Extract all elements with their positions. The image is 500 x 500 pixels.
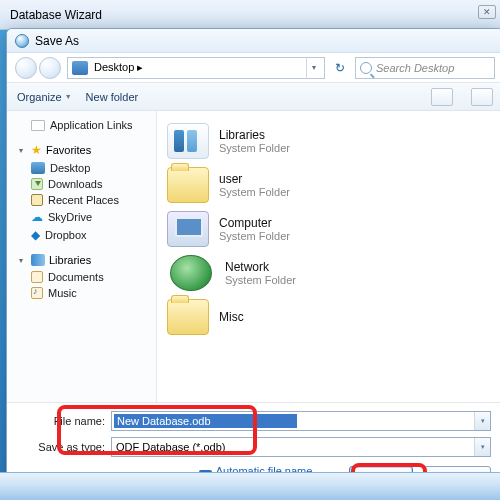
skydrive-icon: ☁ — [31, 210, 43, 224]
toolbar: Organize▼ New folder — [7, 83, 500, 111]
folder-icon — [167, 167, 209, 203]
filename-dropdown[interactable]: ▾ — [474, 412, 490, 430]
filetype-dropdown[interactable]: ▾ — [474, 438, 490, 456]
filename-label: File name: — [19, 415, 105, 427]
sidebar-item-downloads[interactable]: Downloads — [17, 176, 152, 192]
item-sub: System Folder — [219, 142, 290, 154]
file-list[interactable]: LibrariesSystem FolderuserSystem FolderC… — [157, 111, 500, 402]
sidebar-libraries-header[interactable]: ▾Libraries — [17, 254, 152, 266]
filetype-label: Save as type: — [19, 441, 105, 453]
sidebar-item-music[interactable]: Music — [17, 285, 152, 301]
sidebar-item-documents[interactable]: Documents — [17, 269, 152, 285]
dialog-titlebar[interactable]: Save As — [7, 29, 500, 53]
save-as-dialog: Save As Desktop ▸ ▾ ↻ Search Desktop Org… — [6, 28, 500, 500]
item-name: Computer — [219, 216, 290, 230]
list-item[interactable]: userSystem Folder — [161, 163, 499, 207]
dropbox-icon: ◆ — [31, 228, 40, 242]
sidebar-item-dropbox[interactable]: ◆Dropbox — [17, 226, 152, 244]
list-item[interactable]: NetworkSystem Folder — [161, 251, 499, 295]
sidebar-favorites-header[interactable]: ▾★Favorites — [17, 143, 152, 157]
sidebar-app-links[interactable]: Application Links — [17, 117, 152, 133]
item-name: Network — [225, 260, 296, 274]
item-sub: System Folder — [225, 274, 296, 286]
help-button[interactable] — [471, 88, 493, 106]
recent-icon — [31, 194, 43, 206]
libraries-icon — [31, 254, 45, 266]
documents-icon — [31, 271, 43, 283]
wizard-titlebar: Database Wizard ✕ — [0, 0, 500, 30]
item-name: Misc — [219, 310, 244, 324]
desktop-icon — [72, 61, 88, 75]
dialog-icon — [15, 34, 29, 48]
nav-row: Desktop ▸ ▾ ↻ Search Desktop — [7, 53, 500, 83]
location-dropdown[interactable]: ▾ — [306, 57, 320, 79]
search-input[interactable]: Search Desktop — [355, 57, 495, 79]
filename-value: New Database.odb — [114, 414, 297, 428]
location-bar[interactable]: Desktop ▸ ▾ — [67, 57, 325, 79]
view-mode-button[interactable] — [431, 88, 453, 106]
item-name: Libraries — [219, 128, 290, 142]
folder-icon — [167, 123, 209, 159]
wizard-title: Database Wizard — [10, 8, 102, 22]
download-icon — [31, 178, 43, 190]
filename-input[interactable]: New Database.odb ▾ — [111, 411, 491, 431]
nav-sidebar: Application Links ▾★Favorites Desktop Do… — [7, 111, 157, 402]
folder-icon — [167, 299, 209, 335]
link-icon — [31, 120, 45, 131]
wizard-close-button[interactable]: ✕ — [478, 5, 496, 19]
location-text: Desktop ▸ — [94, 61, 143, 74]
search-icon — [360, 62, 372, 74]
refresh-button[interactable]: ↻ — [331, 57, 349, 79]
filetype-select[interactable]: ODF Database (*.odb) ▾ — [111, 437, 491, 457]
folder-icon — [170, 255, 212, 291]
taskbar[interactable] — [0, 472, 500, 500]
organize-menu[interactable]: Organize▼ — [17, 91, 72, 103]
list-item[interactable]: Misc — [161, 295, 499, 339]
star-icon: ★ — [31, 143, 42, 157]
search-placeholder: Search Desktop — [376, 62, 454, 74]
music-icon — [31, 287, 43, 299]
sidebar-item-desktop[interactable]: Desktop — [17, 160, 152, 176]
list-item[interactable]: LibrariesSystem Folder — [161, 119, 499, 163]
nav-back-button[interactable] — [15, 57, 37, 79]
desktop-icon — [31, 162, 45, 174]
folder-icon — [167, 211, 209, 247]
new-folder-button[interactable]: New folder — [86, 91, 139, 103]
sidebar-item-recent[interactable]: Recent Places — [17, 192, 152, 208]
item-sub: System Folder — [219, 230, 290, 242]
sidebar-item-skydrive[interactable]: ☁SkyDrive — [17, 208, 152, 226]
item-sub: System Folder — [219, 186, 290, 198]
nav-forward-button[interactable] — [39, 57, 61, 79]
filetype-value: ODF Database (*.odb) — [116, 441, 295, 453]
item-name: user — [219, 172, 290, 186]
list-item[interactable]: ComputerSystem Folder — [161, 207, 499, 251]
dialog-title: Save As — [35, 34, 79, 48]
